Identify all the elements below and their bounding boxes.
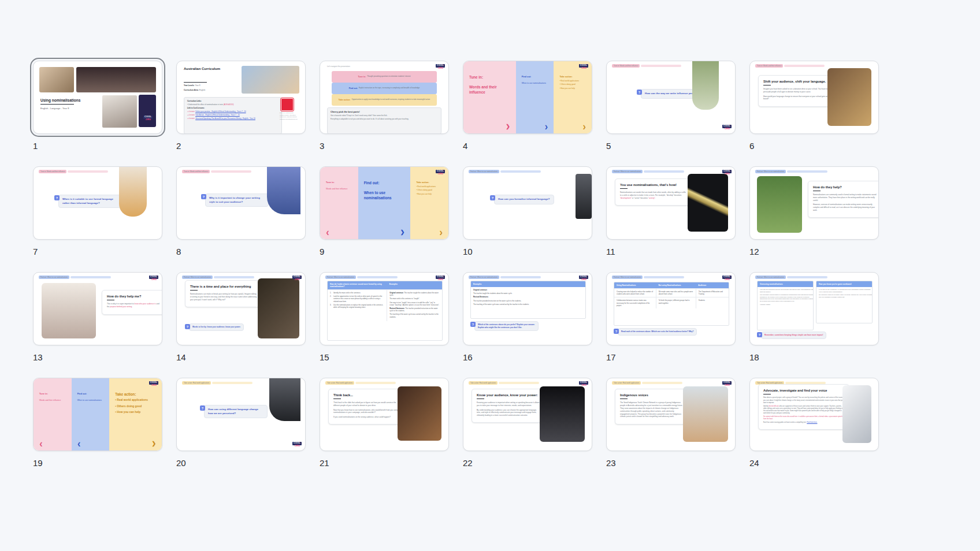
slide-thumbnail-8[interactable]: Tune in: Words and their influence?Why i… xyxy=(176,166,306,240)
cool-logo: COOL.ORG xyxy=(149,381,158,387)
section-column-yellow[interactable]: Take action:• Real world applications• O… xyxy=(109,378,162,451)
cool-logo: COOL.ORG xyxy=(436,276,445,281)
slide-thumbnail-4[interactable]: Tune in:Words and their influence❯Find o… xyxy=(463,61,592,134)
slide-thumbnail-24[interactable]: Take action: Real world applicationsAdvo… xyxy=(749,378,879,451)
text-segment: Understand the effect of nominalisation … xyxy=(188,103,224,106)
slide-thumbnail-5[interactable]: Tune in: Words and their influence?How c… xyxy=(606,61,736,134)
section-column-pink[interactable]: Tune in:Words and their influence❯ xyxy=(463,61,516,133)
section-strip: Take action: Real world applications xyxy=(182,381,253,385)
lesson-link-line: ➜ Lesson: Structured Speaking: Part A an… xyxy=(187,117,279,120)
slide-cell: Take action: Real world applicationsIndi… xyxy=(606,378,734,468)
slide-cell: Find out: When to use nominalisationsHow… xyxy=(320,272,448,362)
slide-thumbnail-6[interactable]: Tune in: Words and their influenceShift … xyxy=(749,61,879,134)
section-columns: Tune in:Words and their influence❯Find o… xyxy=(463,61,592,133)
slide-thumbnail-12[interactable]: Find out: When to use nominalisationsHow… xyxy=(749,166,879,240)
section-strip-tail xyxy=(499,382,539,384)
slide-thumbnail-23[interactable]: Take action: Real world applicationsIndi… xyxy=(606,378,736,451)
section-column-pink[interactable]: Tune in:Words and their influence❮ xyxy=(320,167,358,239)
slide-thumbnail-13[interactable]: Find out: When to use nominalisationsHow… xyxy=(33,272,162,345)
section-strip-tail xyxy=(500,276,541,278)
slide-thumbnail-18[interactable]: Find out: When to use nominalisationsOve… xyxy=(749,272,879,345)
chevron-left-icon[interactable]: ❮ xyxy=(39,442,43,446)
content-card: How do they help me?This is why it is su… xyxy=(102,290,162,315)
chevron-right-icon[interactable]: ❯ xyxy=(400,229,405,235)
section-title: Tune in: xyxy=(326,181,352,184)
slide-cell: Tune in: Words and their influenceShift … xyxy=(749,61,878,151)
chevron-right-icon[interactable]: ❯ xyxy=(439,230,443,235)
question-line: Which of the sentences above do you pref… xyxy=(478,323,535,326)
slide-thumbnail-19[interactable]: Tune in:Words and their influence❮Find o… xyxy=(33,378,162,451)
chevron-right-icon[interactable]: ❯ xyxy=(582,125,586,129)
section-strip-label: Tune in: Words and their influence xyxy=(612,64,640,68)
cool-logo-bottom: .ORG xyxy=(579,68,588,70)
tips-line: Everything is adaptable to suit you and … xyxy=(331,118,438,121)
section-strip-label: Find out: When to use nominalisations xyxy=(612,276,643,279)
slide-thumbnail-11[interactable]: Find out: When to use nominalisationsYou… xyxy=(606,166,736,240)
slide-thumbnail-14[interactable]: Find out: When to use nominalisationsThe… xyxy=(176,272,306,345)
slide-thumbnail-20[interactable]: Take action: Real world applications?How… xyxy=(176,378,306,451)
inline-link[interactable]: Structured Speaking: Part A and B for yo… xyxy=(195,117,255,120)
inline-link[interactable]: Find them here. xyxy=(807,422,817,423)
example-paragraph: One way to turn "taught" into a noun is … xyxy=(389,301,440,306)
section-strip-label: Find out: When to use nominalisations xyxy=(182,276,213,279)
slide-thumbnail-15[interactable]: Find out: When to use nominalisationsHow… xyxy=(320,272,449,345)
slide-thumbnail-9[interactable]: Tune in:Words and their influence❮Find o… xyxy=(320,166,449,240)
box-paragraph: Or if someone looks at you blankly when … xyxy=(819,294,873,298)
slide-thumbnail-3[interactable]: Let's navigate this presentationTune in:… xyxy=(320,61,449,134)
chevron-right-icon[interactable]: ❯ xyxy=(506,124,510,129)
slide-thumbnail-22[interactable]: Take action: Real world applicationsKnow… xyxy=(463,378,592,451)
inline-link[interactable]: Take Action - English & Ethical Understa… xyxy=(195,114,240,116)
slide-cell: Australian CurriculumYear Levels: Year 8… xyxy=(176,61,305,151)
text-segment: Nominalisations are words that are made … xyxy=(620,191,686,196)
slide-thumbnail-2[interactable]: Australian CurriculumYear Levels: Year 8… xyxy=(176,61,306,134)
photo-coins-jewellery xyxy=(827,68,871,126)
cool-logo-bottom: .ORG xyxy=(436,279,445,281)
text-segment: The Seed Indigenous Youth Climate Networ… xyxy=(620,401,682,418)
cool-logo-bottom: .ORG xyxy=(722,128,732,131)
slide-thumbnail-7[interactable]: Tune in: Words and their influence?When … xyxy=(33,166,162,240)
sdg-quality-education-icon xyxy=(281,98,294,111)
slide-number: 4 xyxy=(463,141,591,151)
section-column-blue[interactable]: Find out:When to use nominalisations❯ xyxy=(358,167,411,239)
section-column-yellow[interactable]: Take action:• Real world applications• O… xyxy=(410,167,448,239)
text-segment: Year Levels: xyxy=(184,84,195,87)
example-line: Original sentence: xyxy=(473,289,586,291)
text-segment: Knowing your audience is important when … xyxy=(477,401,539,407)
lessons-title: Link to Cool Lessons: xyxy=(187,107,279,110)
slide-thumbnail-17[interactable]: Find out: When to use nominalisationsUsi… xyxy=(606,272,736,345)
section-strip: Find out: When to use nominalisations xyxy=(325,276,398,279)
section-column-pink[interactable]: Tune in:Words and their influence❮ xyxy=(34,378,72,451)
cool-logo: COOL.ORG xyxy=(143,116,153,121)
slide-thumbnail-21[interactable]: Take action: Real world applicationsThin… xyxy=(320,378,449,451)
compare-cell: Creating new rules helped to reduce the … xyxy=(614,288,656,297)
section-strip: Find out: When to use nominalisations xyxy=(39,276,111,279)
title-block: Using nominalisationsEnglish - Language … xyxy=(40,98,80,110)
question-bubble-text: When is it suitable to use formal langua… xyxy=(58,195,122,208)
section-strip: Tune in: Words and their influence xyxy=(182,170,251,173)
slide-thumbnail-10[interactable]: Find out: When to use nominalisations?Ho… xyxy=(463,166,592,240)
section-strip-label: Take action: Real world applications xyxy=(325,381,354,385)
chevron-right-icon[interactable]: ❯ xyxy=(151,441,156,446)
inline-link[interactable]: Define your position - English & Ethical… xyxy=(195,110,246,113)
section-strip: Take action: Real world applications xyxy=(469,381,539,385)
section-column-yellow[interactable]: Take action:• Real world applications• O… xyxy=(554,61,592,133)
table-header-cell: How you know you've gone overboard xyxy=(816,281,872,287)
deck-title: Using nominalisations xyxy=(40,98,80,102)
text-segment: Now that you know how to use nominalisat… xyxy=(333,409,398,414)
chevron-left-icon[interactable]: ❮ xyxy=(77,442,81,446)
card-heading: How do they help me? xyxy=(107,295,160,299)
text-segment: Lesson: xyxy=(189,110,195,113)
chevron-right-icon[interactable]: ❯ xyxy=(545,125,548,129)
table-box: ExamplesOriginal sentence:The teacher ta… xyxy=(470,281,586,319)
slide-thumbnail-16[interactable]: Find out: When to use nominalisationsExa… xyxy=(463,272,592,345)
section-column-blue[interactable]: Find out:When to use nominalisations❮ xyxy=(72,378,110,451)
section-column-blue[interactable]: Find out:When to use nominalisations❯ xyxy=(516,61,554,133)
slide-cell: Tune in: Words and their influence?How c… xyxy=(606,61,734,151)
cool-logo: COOL.ORG xyxy=(436,170,445,176)
text-segment: Lesson: xyxy=(189,117,195,120)
slide-thumbnail-1[interactable]: Using nominalisationsEnglish - Language … xyxy=(33,61,162,134)
text-segment: However, overuse of nominalisations can … xyxy=(813,203,875,211)
box-body: If we take the sentences from the previo… xyxy=(758,287,814,308)
chevron-left-icon[interactable]: ❮ xyxy=(326,230,329,235)
slide-number: 10 xyxy=(463,247,591,256)
